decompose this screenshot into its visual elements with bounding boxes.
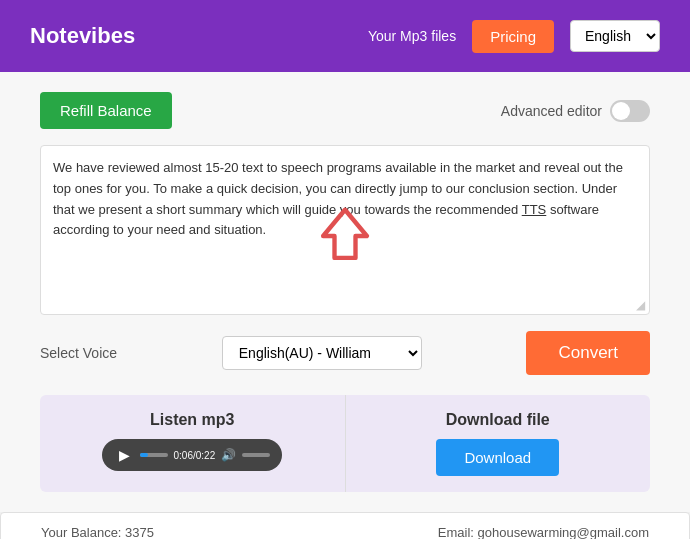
pricing-button[interactable]: Pricing	[472, 20, 554, 53]
resize-handle: ◢	[636, 298, 645, 312]
main-content: Refill Balance Advanced editor We have r…	[0, 72, 690, 512]
listen-title: Listen mp3	[150, 411, 234, 429]
volume-bar[interactable]	[242, 453, 270, 457]
email-label: Email: gohousewarming@gmail.com	[438, 525, 649, 539]
listen-panel: Listen mp3 ▶ 0:06/0:22 🔊	[40, 395, 345, 492]
voice-label: Select Voice	[40, 345, 117, 361]
voice-row: Select Voice English(AU) - William Conve…	[40, 331, 650, 375]
footer-left: Your Balance: 3375 Usage: 1625	[41, 525, 154, 539]
header: Notevibes Your Mp3 files Pricing English	[0, 0, 690, 72]
logo: Notevibes	[30, 23, 135, 49]
top-bar: Refill Balance Advanced editor	[40, 92, 650, 129]
time-display: 0:06/0:22	[174, 450, 216, 461]
svg-marker-0	[323, 210, 367, 258]
advanced-editor-control: Advanced editor	[501, 100, 650, 122]
footer: Your Balance: 3375 Usage: 1625 Email: go…	[0, 512, 690, 539]
balance-label: Your Balance: 3375	[41, 525, 154, 539]
language-select[interactable]: English	[570, 20, 660, 52]
convert-button[interactable]: Convert	[526, 331, 650, 375]
header-right: Your Mp3 files Pricing English	[368, 20, 660, 53]
upload-arrow	[310, 201, 380, 275]
download-title: Download file	[446, 411, 550, 429]
volume-icon: 🔊	[221, 448, 236, 462]
refill-balance-button[interactable]: Refill Balance	[40, 92, 172, 129]
text-area-wrapper: We have reviewed almost 15-20 text to sp…	[40, 145, 650, 315]
bottom-panels: Listen mp3 ▶ 0:06/0:22 🔊 Download file D…	[40, 395, 650, 492]
progress-bar[interactable]	[140, 453, 167, 457]
footer-right: Email: gohousewarming@gmail.com Sign Out	[438, 525, 649, 539]
progress-fill	[140, 453, 148, 457]
mp3-files-link[interactable]: Your Mp3 files	[368, 28, 456, 44]
download-button[interactable]: Download	[436, 439, 559, 476]
download-panel: Download file Download	[345, 395, 651, 492]
advanced-editor-toggle[interactable]	[610, 100, 650, 122]
voice-select[interactable]: English(AU) - William	[222, 336, 422, 370]
audio-player[interactable]: ▶ 0:06/0:22 🔊	[102, 439, 282, 471]
advanced-editor-label: Advanced editor	[501, 103, 602, 119]
tts-link: TTS	[522, 202, 547, 217]
play-button[interactable]: ▶	[114, 445, 134, 465]
